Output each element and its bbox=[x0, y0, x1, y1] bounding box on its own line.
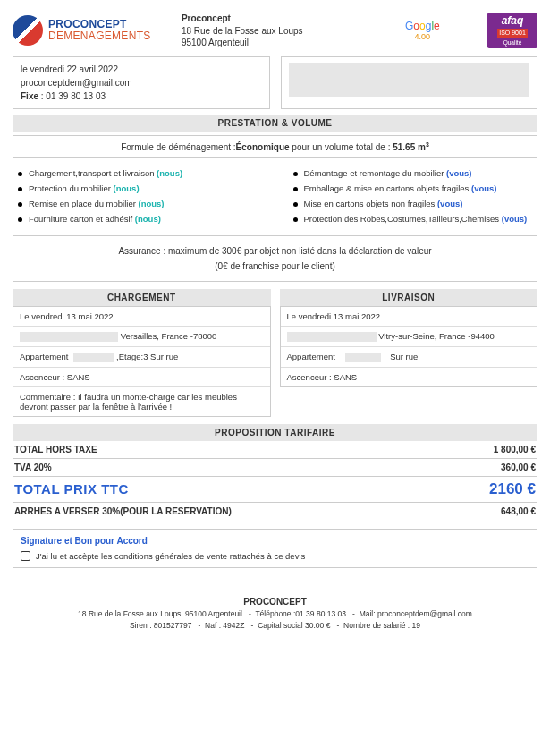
services-grid: Chargement,transport et livraison (nous)… bbox=[18, 166, 532, 226]
apt-suffix: Sur rue bbox=[390, 352, 418, 361]
redacted-apt bbox=[345, 353, 381, 362]
apt-prefix: Appartement bbox=[287, 352, 335, 361]
livraison-address: Vitry-sur-Seine, France -94400 bbox=[281, 327, 537, 347]
livraison-ascenceur: Ascenceur : SANS bbox=[281, 368, 537, 386]
fixe-label: Fixe bbox=[21, 91, 38, 101]
service-item: Fourniture carton et adhésif (nous) bbox=[18, 211, 258, 226]
service-text: Mise en cartons objets non fragiles bbox=[304, 199, 437, 208]
footer-capital: Capital social 30.00 € bbox=[258, 621, 330, 630]
tarif-title: PROPOSITION TARIFAIRE bbox=[13, 424, 537, 441]
company-addr2: 95100 Argenteuil bbox=[182, 37, 358, 49]
redacted-apt bbox=[73, 353, 114, 362]
service-tag-nous: (nous) bbox=[114, 183, 140, 193]
chargement-ascenceur: Ascenceur : SANS bbox=[13, 368, 270, 387]
consent-text: J'ai lu et accèpte les conditions généra… bbox=[36, 551, 305, 561]
assurance-line1: Assurance : maximum de 300€ par objet no… bbox=[19, 243, 531, 259]
afaq-iso: ISO 9001 bbox=[497, 29, 528, 38]
google-rating-value: 4.00 bbox=[367, 32, 478, 41]
sender-email: proconceptdem@gmail.com bbox=[21, 76, 262, 89]
service-text: Emballage & mise en cartons objets fragi… bbox=[304, 183, 471, 193]
assurance-line2: (0€ de franchise pour le client) bbox=[19, 259, 531, 274]
address-columns: CHARGEMENT Le vendredi 13 mai 2022 Versa… bbox=[13, 289, 537, 417]
chargement-apartment: Appartement ,Etage:3 Sur rue bbox=[13, 347, 270, 368]
service-item: Démontage et remontage du mobilier (vous… bbox=[293, 166, 533, 181]
service-tag-vous: (vous) bbox=[437, 199, 463, 208]
ht-value: 1 800,00 € bbox=[494, 445, 536, 454]
consent-checkbox[interactable] bbox=[21, 551, 30, 561]
signature-box: Signature et Bon pour Accord J'ai lu et … bbox=[13, 529, 537, 568]
google-rating-block: Google 4.00 bbox=[367, 20, 478, 41]
arrhes-label: ARRHES A VERSER 30%(POUR LA RESERVATION) bbox=[14, 506, 232, 516]
formule-prefix: Formule de déménagement : bbox=[121, 142, 235, 152]
price-row-ttc: TOTAL PRIX TTC 2160 € bbox=[13, 477, 537, 503]
assurance-box: Assurance : maximum de 300€ par objet no… bbox=[13, 235, 537, 282]
services-right-list: Démontage et remontage du mobilier (vous… bbox=[293, 166, 533, 226]
consent-row: J'ai lu et accèpte les conditions généra… bbox=[21, 551, 529, 561]
price-row-arrhes: ARRHES A VERSER 30%(POUR LA RESERVATION)… bbox=[13, 503, 537, 520]
footer-address: 18 Rue de la Fosse aux Loups, 95100 Arge… bbox=[78, 609, 242, 618]
brand-line2: DEMENAGEMENTS bbox=[48, 30, 151, 42]
apt-prefix: Appartement bbox=[20, 352, 68, 361]
afaq-brand: afaq bbox=[491, 15, 534, 27]
service-text: Protection des Robes,Costumes,Tailleurs,… bbox=[304, 214, 502, 224]
google-logo-icon: Google bbox=[367, 20, 478, 32]
service-item: Emballage & mise en cartons objets fragi… bbox=[293, 181, 533, 196]
redacted-street bbox=[287, 332, 377, 342]
services-left-list: Chargement,transport et livraison (nous)… bbox=[18, 166, 258, 226]
volume-exp: 3 bbox=[426, 141, 429, 148]
footer-company-name: PROCONCEPT bbox=[13, 595, 537, 608]
footer-block: PROCONCEPT 18 Rue de la Fosse aux Loups,… bbox=[13, 595, 537, 632]
livraison-title: LIVRAISON bbox=[280, 289, 538, 306]
chargement-title: CHARGEMENT bbox=[13, 289, 271, 306]
sender-meta-box: le vendredi 22 avril 2022 proconceptdem@… bbox=[13, 56, 270, 109]
livraison-date: Le vendredi 13 mai 2022 bbox=[281, 307, 537, 327]
redacted-street bbox=[20, 332, 118, 342]
ht-label: TOTAL HORS TAXE bbox=[14, 445, 97, 454]
service-tag-vous: (vous) bbox=[446, 168, 472, 178]
pricing-block: PROPOSITION TARIFAIRE TOTAL HORS TAXE 1 … bbox=[13, 424, 537, 520]
service-text: Remise en place du mobilier bbox=[29, 199, 139, 208]
apt-suffix: ,Etage:3 Sur rue bbox=[116, 352, 178, 361]
volume-value: 51.65 m bbox=[393, 142, 426, 152]
formule-mid: pour un volume total de : bbox=[290, 142, 393, 152]
livraison-apartment: Appartement Sur rue bbox=[281, 347, 537, 368]
service-text: Fourniture carton et adhésif bbox=[29, 214, 135, 224]
service-text: Chargement,transport et livraison bbox=[29, 168, 157, 178]
arrhes-value: 648,00 € bbox=[501, 506, 536, 516]
footer-siren: Siren : 801527797 bbox=[130, 621, 191, 630]
afaq-badge: afaq ISO 9001 Qualité bbox=[487, 13, 537, 48]
service-item: Protection des Robes,Costumes,Tailleurs,… bbox=[293, 211, 533, 226]
service-tag-nous: (nous) bbox=[157, 168, 182, 178]
service-text: Démontage et remontage du mobilier bbox=[304, 168, 446, 178]
footer-phone: Téléphone :01 39 80 13 03 bbox=[255, 609, 346, 618]
chargement-date: Le vendredi 13 mai 2022 bbox=[13, 307, 270, 327]
service-tag-vous: (vous) bbox=[502, 214, 528, 224]
company-address: Proconcept 18 Rue de la Fosse aux Loups … bbox=[182, 13, 358, 49]
quote-date: le vendredi 22 avril 2022 bbox=[21, 63, 262, 76]
footer-salaries: Nombre de salarié : 19 bbox=[343, 621, 420, 630]
service-item: Remise en place du mobilier (nous) bbox=[18, 196, 258, 211]
service-item: Mise en cartons objets non fragiles (vou… bbox=[293, 196, 533, 211]
fixe-value: : 01 39 80 13 03 bbox=[38, 91, 106, 101]
price-row-tva: TVA 20% 360,00 € bbox=[13, 459, 537, 477]
brand-logo-icon bbox=[13, 15, 43, 46]
livraison-box: Le vendredi 13 mai 2022 Vitry-sur-Seine,… bbox=[280, 306, 538, 387]
prestation-section-title: PRESTATION & VOLUME bbox=[13, 115, 537, 132]
ttc-value: 2160 € bbox=[489, 480, 536, 498]
footer-naf: Naf : 4942Z bbox=[205, 621, 244, 630]
formule-summary: Formule de déménagement :Économique pour… bbox=[13, 135, 537, 158]
chargement-comment: Commentaire : Il faudra un monte-charge … bbox=[13, 387, 270, 416]
footer-mail: Mail: proconceptdem@gmail.com bbox=[360, 609, 472, 618]
service-item: Protection du mobilier (nous) bbox=[18, 181, 258, 196]
ttc-label: TOTAL PRIX TTC bbox=[14, 481, 129, 497]
service-tag-vous: (vous) bbox=[471, 183, 497, 193]
service-text: Protection du mobilier bbox=[29, 183, 114, 193]
service-tag-nous: (nous) bbox=[135, 214, 161, 224]
chargement-box: Le vendredi 13 mai 2022 Versailles, Fran… bbox=[13, 306, 271, 417]
brand-block: PROCONCEPT DEMENAGEMENTS bbox=[13, 15, 173, 46]
chargement-address: Versailles, France -78000 bbox=[13, 327, 270, 347]
signature-title: Signature et Bon pour Accord bbox=[21, 536, 529, 546]
afaq-qualite: Qualité bbox=[491, 39, 534, 46]
company-name: Proconcept bbox=[182, 13, 358, 25]
livraison-city: Vitry-sur-Seine, France -94400 bbox=[378, 331, 495, 341]
